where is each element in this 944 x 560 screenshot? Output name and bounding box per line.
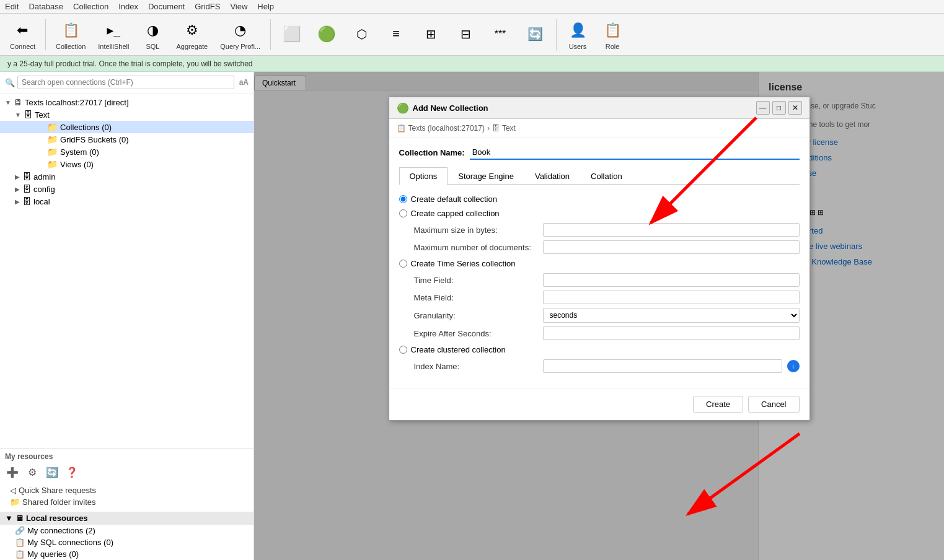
granularity-select[interactable]: seconds minutes hours	[543, 308, 800, 323]
toolbar-users[interactable]: 👤 Users	[562, 17, 594, 53]
radio-clustered-label[interactable]: Create clustered collection	[411, 345, 506, 354]
info-badge: i	[787, 360, 800, 372]
clustered-fields-group: Index Name: i	[414, 359, 800, 373]
tree-item-local[interactable]: ▶ 🗄 local	[0, 195, 254, 208]
system-icon: 📁	[47, 147, 58, 157]
menu-help[interactable]: Help	[257, 2, 274, 11]
tab-validation[interactable]: Validation	[524, 167, 580, 185]
tab-storage-engine[interactable]: Storage Engine	[448, 167, 524, 185]
close-button[interactable]: ✕	[788, 101, 802, 115]
sql-connections-item[interactable]: 📋 My SQL connections (0)	[0, 536, 254, 548]
cancel-button[interactable]: Cancel	[748, 396, 799, 413]
menu-document[interactable]: Document	[148, 2, 185, 11]
time-field-row: Time Field:	[414, 273, 800, 287]
radio-timeseries-input[interactable]	[399, 260, 407, 268]
doc3-icon: ⬡	[350, 23, 373, 45]
local-label: local	[33, 197, 50, 206]
folder-icon: 📁	[47, 122, 58, 132]
toolbar-doc3[interactable]: ⬡	[345, 20, 377, 49]
sql-label: SQL	[146, 43, 159, 50]
tab-collation[interactable]: Collation	[580, 167, 633, 185]
tree-item-config[interactable]: ▶ 🗄 config	[0, 183, 254, 195]
sidebar: 🔍 aA ▼ 🖥 Texts localhost:27017 [direct] …	[0, 72, 254, 560]
time-field-input[interactable]	[543, 273, 800, 287]
my-connections-label: My connections (2)	[27, 526, 95, 535]
tree-item-text-db[interactable]: ▼ 🗄 Text	[0, 108, 254, 121]
collection-icon: 📋	[60, 19, 82, 42]
toolbar-doc5[interactable]: ⊞	[415, 20, 447, 49]
expire-input[interactable]	[543, 326, 800, 340]
toolbar-doc8[interactable]: 🔄	[519, 20, 551, 49]
doc2-icon: 🟢	[315, 23, 338, 45]
toolbar-aggregate[interactable]: ⚙ Aggregate	[171, 17, 213, 53]
local-resources-header[interactable]: ▼ 🖥 Local resources	[0, 512, 254, 525]
text-db-label: Text	[35, 110, 50, 120]
my-connections-item[interactable]: 🔗 My connections (2)	[0, 525, 254, 536]
my-queries-item[interactable]: 📋 My queries (0)	[0, 548, 254, 560]
meta-field-input[interactable]	[543, 291, 800, 304]
radio-default: Create default collection	[399, 195, 800, 204]
settings-icon[interactable]: ⚙	[25, 465, 40, 479]
max-docs-label: Maximum number of documents:	[414, 243, 538, 252]
radio-clustered-input[interactable]	[399, 346, 407, 354]
users-label: Users	[569, 43, 587, 50]
radio-default-input[interactable]	[399, 195, 407, 203]
search-aa: aA	[239, 78, 249, 87]
radio-capped-label[interactable]: Create capped collection	[411, 209, 500, 218]
radio-capped-input[interactable]	[399, 209, 407, 217]
menu-view[interactable]: View	[230, 2, 247, 11]
menu-database[interactable]: Database	[29, 2, 63, 11]
create-button[interactable]: Create	[693, 396, 743, 413]
toolbar-role[interactable]: 📋 Role	[596, 17, 629, 53]
intellishell-icon: ▶_	[102, 19, 125, 42]
radio-capped: Create capped collection	[399, 209, 800, 218]
toolbar-doc1[interactable]: ⬜	[276, 20, 308, 49]
shared-folder-icon: 📁	[10, 497, 20, 507]
menu-index[interactable]: Index	[118, 2, 138, 11]
tree-item-system[interactable]: 📁 System (0)	[0, 146, 254, 158]
tree-item-collections[interactable]: 📁 Collections (0)	[0, 121, 254, 133]
toolbar-doc2[interactable]: 🟢	[311, 20, 343, 49]
menu-edit[interactable]: Edit	[5, 2, 19, 11]
toolbar-intellishell[interactable]: ▶_ IntelliShell	[93, 17, 134, 53]
shared-folder-item[interactable]: 📁 Shared folder invites	[5, 496, 249, 508]
help-icon[interactable]: ❓	[64, 465, 79, 479]
toolbar-connect[interactable]: ⬅ Connect	[5, 17, 40, 53]
toolbar-sql[interactable]: ◑ SQL	[136, 17, 169, 53]
max-size-input[interactable]	[543, 223, 800, 237]
tree-item-views[interactable]: 📁 Views (0)	[0, 158, 254, 170]
menu-gridfs[interactable]: GridFS	[195, 2, 220, 11]
queryprofile-icon: ◔	[229, 19, 252, 42]
tree-item-gridfs[interactable]: 📁 GridFS Buckets (0)	[0, 133, 254, 146]
local-resources-icon: 🖥	[15, 514, 24, 523]
search-icon: 🔍	[5, 78, 15, 87]
tree-item-admin[interactable]: ▶ 🗄 admin	[0, 170, 254, 183]
modal-tabs: Options Storage Engine Validation Collat…	[399, 167, 800, 185]
radio-timeseries-label[interactable]: Create Time Series collection	[411, 259, 516, 268]
menu-collection[interactable]: Collection	[73, 2, 108, 11]
add-resource-icon[interactable]: ➕	[5, 465, 20, 479]
quick-share-item[interactable]: ◁ Quick Share requests	[5, 484, 249, 496]
collection-name-input[interactable]	[470, 146, 800, 160]
tab-options[interactable]: Options	[399, 167, 448, 185]
toolbar-doc6[interactable]: ⊟	[449, 20, 482, 49]
minimize-button[interactable]: —	[756, 101, 770, 115]
shared-folder-label: Shared folder invites	[22, 497, 96, 507]
max-docs-input[interactable]	[543, 240, 800, 254]
toolbar-queryprofile[interactable]: ◔ Query Profi...	[215, 17, 265, 53]
search-input[interactable]	[17, 76, 234, 89]
server-label: Texts localhost:27017 [direct]	[25, 98, 129, 107]
modal-title-left: 🟢 Add New Collection	[397, 102, 488, 114]
collections-label: Collections (0)	[60, 123, 112, 132]
admin-label: admin	[33, 172, 55, 182]
toolbar-collection[interactable]: 📋 Collection	[51, 17, 90, 53]
radio-default-label[interactable]: Create default collection	[411, 195, 497, 204]
toolbar-doc7[interactable]: ***	[484, 20, 516, 49]
aggregate-icon: ⚙	[181, 19, 203, 42]
index-name-input[interactable]	[543, 359, 782, 373]
modal-title-text: Add New Collection	[413, 103, 488, 113]
tree-item-server[interactable]: ▼ 🖥 Texts localhost:27017 [direct]	[0, 96, 254, 108]
toolbar-doc4[interactable]: ≡	[380, 20, 412, 49]
maximize-button[interactable]: □	[772, 101, 786, 115]
refresh-icon[interactable]: 🔄	[45, 465, 60, 479]
